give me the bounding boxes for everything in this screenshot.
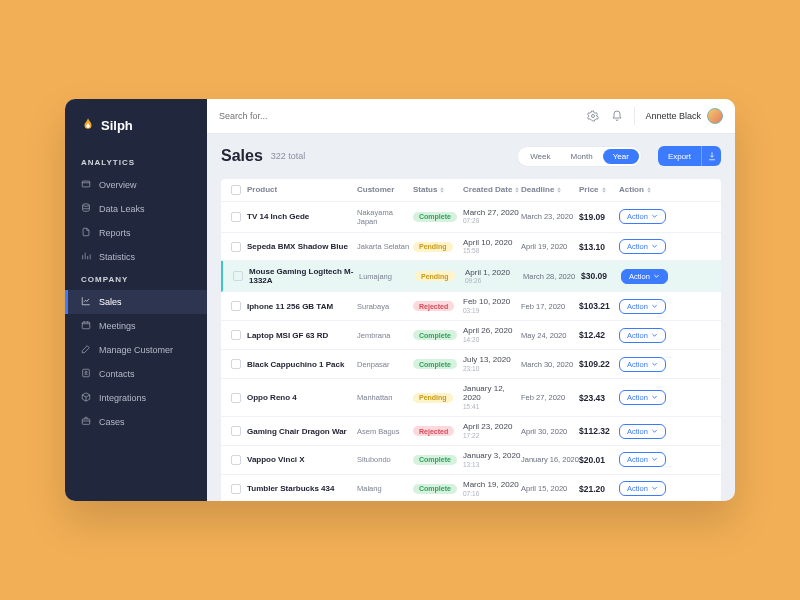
brand-name: Silph <box>101 118 133 133</box>
sort-icon <box>439 187 445 193</box>
row-action-button[interactable]: Action <box>619 424 666 439</box>
table-row[interactable]: Iphone 11 256 GB TAMSurabayaRejectedFeb … <box>221 292 721 321</box>
divider <box>634 107 635 125</box>
table-header: ProductCustomerStatusCreated DateDeadlin… <box>221 179 721 202</box>
cell-created: April 1, 202009:26 <box>465 269 523 285</box>
cell-created: July 13, 202023:10 <box>463 356 521 372</box>
bell-icon[interactable] <box>610 109 624 123</box>
cell-deadline: March 23, 2020 <box>521 212 579 221</box>
sidebar-item-sales[interactable]: Sales <box>65 290 207 314</box>
row-checkbox[interactable] <box>231 301 241 311</box>
cell-price: $12.42 <box>579 330 619 340</box>
user-menu[interactable]: Annette Black <box>645 108 723 124</box>
column-header[interactable]: Action <box>619 185 667 194</box>
sales-table: ProductCustomerStatusCreated DateDeadlin… <box>221 179 721 501</box>
cell-product: Black Cappuchino 1 Pack <box>247 360 357 369</box>
cell-created: Feb 10, 202003:19 <box>463 298 521 314</box>
page-title: Sales <box>221 147 263 165</box>
column-header[interactable]: Price <box>579 185 619 194</box>
sidebar-item-cases[interactable]: Cases <box>65 410 207 434</box>
row-action-button[interactable]: Action <box>621 269 668 284</box>
row-checkbox[interactable] <box>231 359 241 369</box>
sidebar-item-data-leaks[interactable]: Data Leaks <box>65 197 207 221</box>
row-action-button[interactable]: Action <box>619 452 666 467</box>
content: Sales 322 total WeekMonthYear Export Pro… <box>207 134 735 501</box>
row-checkbox[interactable] <box>231 455 241 465</box>
row-action-button[interactable]: Action <box>619 209 666 224</box>
cell-customer: Surabaya <box>357 302 413 311</box>
sidebar-item-integrations[interactable]: Integrations <box>65 386 207 410</box>
period-year[interactable]: Year <box>603 149 639 164</box>
flame-icon <box>81 117 95 134</box>
table-row[interactable]: Black Cappuchino 1 PackDenpasarCompleteJ… <box>221 350 721 379</box>
svg-rect-5 <box>82 419 90 424</box>
sidebar-item-label: Overview <box>99 180 137 190</box>
chevron-down-icon <box>651 394 658 401</box>
sidebar-item-label: Cases <box>99 417 125 427</box>
table-row[interactable]: Vappoo Vinci XSitubondoCompleteJanuary 3… <box>221 446 721 475</box>
row-checkbox[interactable] <box>233 271 243 281</box>
sidebar-item-meetings[interactable]: Meetings <box>65 314 207 338</box>
row-checkbox[interactable] <box>231 330 241 340</box>
column-header[interactable]: Created Date <box>463 185 521 194</box>
table-row[interactable]: Sepeda BMX Shadow BlueJakarta SelatanPen… <box>221 233 721 262</box>
sidebar-section-title: ANALYTICS <box>65 152 207 173</box>
sidebar-item-contacts[interactable]: Contacts <box>65 362 207 386</box>
sidebar-item-label: Manage Customer <box>99 345 173 355</box>
row-checkbox[interactable] <box>231 426 241 436</box>
cell-deadline: Feb 17, 2020 <box>521 302 579 311</box>
table-row[interactable]: Tumbler Starbucks 434MalangCompleteMarch… <box>221 475 721 501</box>
row-action-button[interactable]: Action <box>619 299 666 314</box>
row-checkbox[interactable] <box>231 212 241 222</box>
cell-price: $109.22 <box>579 359 619 369</box>
row-checkbox[interactable] <box>231 393 241 403</box>
row-checkbox[interactable] <box>231 242 241 252</box>
svg-rect-0 <box>82 181 90 187</box>
sidebar-item-label: Data Leaks <box>99 204 145 214</box>
cube-icon <box>81 392 91 404</box>
row-action-button[interactable]: Action <box>619 357 666 372</box>
cell-price: $21.20 <box>579 484 619 494</box>
table-row[interactable]: Laptop MSI GF 63 RDJembranaCompleteApril… <box>221 321 721 350</box>
status-badge: Pending <box>413 242 453 252</box>
chevron-down-icon <box>651 485 658 492</box>
status-badge: Complete <box>413 455 457 465</box>
download-icon[interactable] <box>701 146 721 166</box>
page-header: Sales 322 total WeekMonthYear Export <box>221 146 721 167</box>
row-action-button[interactable]: Action <box>619 239 666 254</box>
chevron-down-icon <box>651 243 658 250</box>
topbar-right: Annette Black <box>586 107 723 125</box>
sidebar-item-label: Contacts <box>99 369 135 379</box>
row-action-button[interactable]: Action <box>619 481 666 496</box>
column-header[interactable]: Status <box>413 185 463 194</box>
period-toggle: WeekMonthYear <box>517 146 642 167</box>
cell-customer: Situbondo <box>357 455 413 464</box>
period-week[interactable]: Week <box>520 149 560 164</box>
row-checkbox[interactable] <box>231 484 241 494</box>
settings-icon[interactable] <box>586 109 600 123</box>
row-action-button[interactable]: Action <box>619 328 666 343</box>
cell-customer: Jembrana <box>357 331 413 340</box>
cell-deadline: April 30, 2020 <box>521 427 579 436</box>
brand: Silph <box>65 111 207 152</box>
cell-created: January 3, 202013:13 <box>463 452 521 468</box>
period-month[interactable]: Month <box>560 149 602 164</box>
search-input[interactable] <box>219 111 329 121</box>
table-row[interactable]: Mouse Gaming Logitech M-1332ALumajangPen… <box>221 261 721 292</box>
sidebar-item-overview[interactable]: Overview <box>65 173 207 197</box>
chevron-down-icon <box>651 361 658 368</box>
sidebar-item-manage-customer[interactable]: Manage Customer <box>65 338 207 362</box>
sidebar-item-statistics[interactable]: Statistics <box>65 245 207 269</box>
export-button[interactable]: Export <box>658 146 721 166</box>
table-row[interactable]: TV 14 Inch GedeNakayama JapanCompleteMar… <box>221 202 721 233</box>
table-row[interactable]: Oppo Reno 4ManhattanPendingJanuary 12, 2… <box>221 379 721 417</box>
status-badge: Complete <box>413 330 457 340</box>
status-badge: Complete <box>413 359 457 369</box>
table-row[interactable]: Gaming Chair Dragon WarAsem BagusRejecte… <box>221 417 721 446</box>
row-action-button[interactable]: Action <box>619 390 666 405</box>
calendar-icon <box>81 320 91 332</box>
page-subtitle: 322 total <box>271 151 306 161</box>
checkbox-all[interactable] <box>231 185 241 195</box>
column-header[interactable]: Deadline <box>521 185 579 194</box>
sidebar-item-reports[interactable]: Reports <box>65 221 207 245</box>
